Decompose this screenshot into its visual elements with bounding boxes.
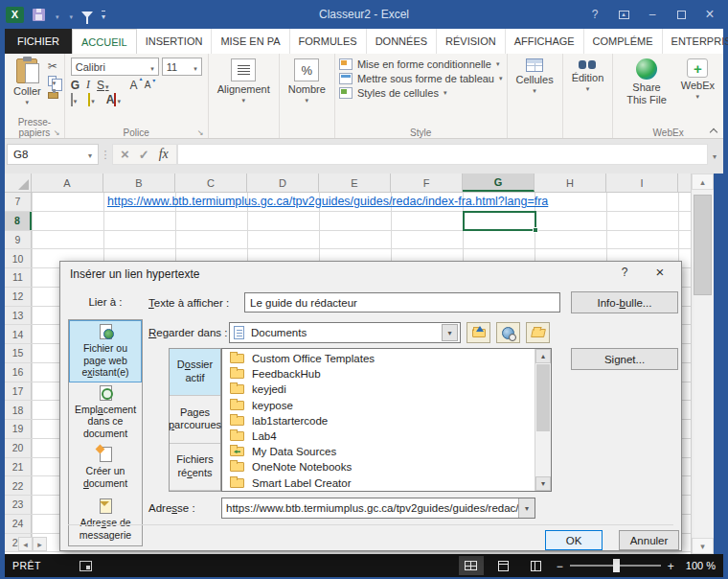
row-header[interactable]: 12 (5, 288, 32, 306)
style-button[interactable]: Mise en forme conditionnelle (339, 58, 503, 70)
format-painter-icon[interactable] (48, 92, 58, 99)
cell-selection-border[interactable] (463, 211, 536, 231)
row-header[interactable]: 15 (5, 344, 32, 362)
normal-view-button[interactable] (459, 556, 484, 575)
paste-button[interactable]: Coller (9, 57, 46, 108)
cut-icon[interactable] (48, 59, 58, 73)
row-header[interactable]: 8 (5, 212, 32, 230)
ok-button[interactable]: OK (545, 530, 603, 550)
tooltip-button[interactable]: Info-bulle... (571, 291, 678, 313)
font-name-select[interactable]: Calibri (71, 58, 159, 76)
file-list-item[interactable]: My Data Sources (222, 444, 535, 459)
column-header[interactable]: D (247, 174, 319, 192)
editing-button[interactable]: Édition (567, 57, 609, 95)
bookmark-button[interactable]: Signet... (571, 348, 678, 370)
confirm-entry-icon[interactable] (139, 146, 149, 163)
zoom-slider-thumb[interactable] (613, 559, 620, 572)
ribbon-display-options-icon[interactable]: ▴ (611, 4, 636, 25)
display-text-input[interactable]: Le guide du rédacteur (244, 292, 560, 313)
file-list-item[interactable]: Custom Office Templates (222, 351, 535, 366)
minimize-icon[interactable]: – (640, 4, 665, 25)
cell-hyperlink[interactable]: https://www.btb.termiumplus.gc.ca/tpv2gu… (107, 193, 548, 212)
file-list-item[interactable]: keypose (222, 398, 535, 413)
column-header[interactable]: H (535, 174, 606, 192)
copy-icon[interactable] (48, 76, 57, 86)
name-box[interactable]: G8 (7, 144, 99, 165)
row-header[interactable]: 23 (5, 496, 32, 514)
file-list-item[interactable]: Lab4 (222, 428, 535, 444)
formula-input[interactable] (177, 144, 708, 165)
fill-color-button[interactable] (88, 94, 95, 105)
ribbon-tab[interactable]: INSERTION (137, 29, 213, 54)
zoom-level[interactable]: 100 % (686, 560, 716, 571)
row-header[interactable]: 16 (5, 363, 32, 382)
browse-file-button[interactable] (526, 322, 550, 343)
ribbon-tab[interactable]: AFFICHAGE (506, 29, 584, 54)
ribbon-tab[interactable]: DONNÉES (367, 29, 437, 54)
number-button[interactable]: % Nombre (284, 57, 330, 106)
italic-button[interactable]: I (86, 78, 90, 92)
collapse-ribbon-icon[interactable] (710, 127, 717, 134)
scrollbar-thumb[interactable] (694, 195, 712, 295)
address-input[interactable]: https://www.btb.termiumplus.gc.ca/tpv2gu… (221, 498, 535, 519)
alignment-button[interactable]: Alignement (213, 57, 275, 106)
column-header[interactable]: C (175, 174, 247, 192)
browse-web-button[interactable] (496, 322, 520, 343)
filter-icon[interactable] (81, 12, 93, 18)
row-header[interactable]: 14 (5, 325, 32, 343)
webex-button[interactable]: + WebEx (676, 57, 719, 103)
close-icon[interactable] (697, 4, 722, 25)
borders-button[interactable] (71, 94, 78, 105)
browse-scope-button[interactable]: Dossier actif (170, 349, 220, 396)
column-header[interactable]: B (103, 174, 175, 192)
row-header[interactable]: 9 (5, 231, 32, 249)
link-to-option[interactable]: Créer un document (69, 443, 142, 495)
scroll-down-icon[interactable] (692, 538, 714, 554)
column-header[interactable]: E (319, 174, 391, 192)
bold-button[interactable]: G (71, 79, 80, 92)
link-to-option[interactable]: Fichier ou page web existant(e) (69, 320, 142, 382)
scroll-down-icon[interactable] (535, 476, 551, 491)
chevron-down-icon[interactable] (442, 324, 458, 341)
dialog-launcher-icon[interactable] (54, 128, 62, 137)
expand-formula-bar-icon[interactable] (708, 146, 721, 163)
row-header[interactable]: 18 (5, 401, 32, 419)
file-list-scrollbar[interactable] (535, 349, 551, 491)
link-to-option[interactable]: Emplacement dans ce document (69, 382, 142, 443)
look-in-select[interactable]: Documents (229, 322, 461, 343)
scroll-up-icon[interactable] (692, 174, 714, 190)
page-break-view-button[interactable] (524, 556, 549, 575)
fill-handle[interactable] (533, 227, 538, 233)
ribbon-tab[interactable]: ENTERPRISE (663, 29, 728, 54)
column-header[interactable]: G (463, 174, 535, 192)
zoom-out-icon[interactable] (557, 557, 563, 574)
sheet-scroll-right-icon[interactable] (33, 537, 47, 551)
excel-logo-icon[interactable]: X (6, 7, 24, 23)
row-header[interactable]: 11 (5, 268, 32, 287)
resize-handle[interactable] (99, 149, 112, 161)
ribbon-tab[interactable]: COMPLÉME (584, 29, 663, 54)
redo-icon[interactable] (68, 6, 74, 23)
row-header[interactable]: 21 (5, 458, 32, 476)
up-one-folder-button[interactable] (466, 322, 490, 343)
browse-scope-button[interactable]: Pages parcourues (170, 396, 220, 443)
row-header[interactable]: 20 (5, 439, 32, 457)
dialog-help-icon[interactable]: ? (616, 266, 633, 279)
chevron-down-icon[interactable] (518, 498, 535, 518)
page-layout-view-button[interactable] (491, 556, 516, 575)
ribbon-tab[interactable]: ACCUEIL (72, 29, 137, 54)
zoom-in-icon[interactable] (668, 557, 674, 574)
scroll-up-icon[interactable] (535, 349, 551, 363)
row-header[interactable]: 24 (5, 515, 32, 533)
insert-function-icon[interactable]: fx (159, 147, 169, 162)
scrollbar-thumb[interactable] (536, 364, 550, 431)
select-all-corner[interactable] (5, 174, 32, 192)
ribbon-tab[interactable]: FORMULES (290, 29, 367, 54)
row-header[interactable]: 10 (5, 249, 32, 267)
style-button[interactable]: Styles de cellules (339, 87, 503, 99)
file-list-item[interactable]: Smart Label Creator (222, 475, 535, 491)
column-header[interactable]: I (606, 174, 678, 192)
ribbon-tab[interactable]: FICHIER (5, 29, 72, 54)
ribbon-tab[interactable]: MISE EN PA (212, 29, 289, 54)
file-list-item[interactable]: OneNote Notebooks (222, 459, 535, 475)
